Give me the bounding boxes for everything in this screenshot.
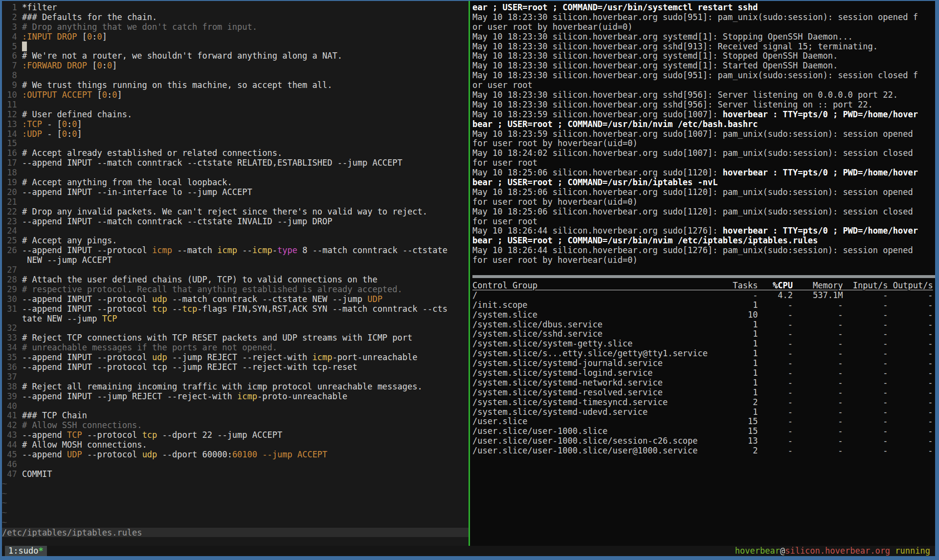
- tmux-hostname: silicon.hoverbear.org: [785, 546, 890, 556]
- vim-pane[interactable]: 1 *filter 2 ### Defaults for the chain. …: [2, 1, 469, 546]
- line-number: 33: [2, 333, 22, 343]
- line-number: 21: [2, 197, 22, 207]
- tmux-at-sign: @: [780, 546, 785, 556]
- line-number: 30: [2, 294, 22, 304]
- line-number: 43: [2, 430, 22, 440]
- pane-divider-vertical[interactable]: [469, 1, 472, 546]
- editor-line: 27: [2, 265, 469, 275]
- line-number: 29: [2, 284, 22, 294]
- tmux-window-name: sudo: [19, 546, 39, 556]
- cgtop-row: /user.slice/user-1000.slice/session-c26.…: [472, 436, 935, 446]
- editor-line: 24: [2, 226, 469, 236]
- log-line: bear ; USER=root ; COMMAND=/usr/bin/nvim…: [472, 236, 935, 246]
- journal-pane[interactable]: ear ; USER=root ; COMMAND=/usr/bin/syste…: [472, 1, 935, 274]
- vim-statusline: /etc/iptables/iptables.rules: [2, 528, 469, 537]
- line-number: 40: [2, 401, 22, 411]
- line-number: 41: [2, 410, 22, 420]
- log-line: for user root by hoverbear(uid=0): [472, 197, 935, 207]
- editor-line: 30 --append INPUT --protocol udp --match…: [2, 295, 469, 304]
- cgtop-row: /system.slice/systemd-resolved.service 1…: [472, 388, 935, 398]
- cgtop-pane[interactable]: Control Group Tasks %CPU Memory Input/s …: [472, 280, 935, 546]
- cgtop-row: /system.slice/systemd-logind.service 1 -…: [472, 368, 935, 378]
- cgtop-row: /user.slice 15 - - - -: [472, 417, 935, 427]
- line-number: 19: [2, 177, 22, 187]
- tmux-window-index: 1: [8, 546, 13, 556]
- line-number: 23: [2, 216, 22, 226]
- editor-line: 37: [2, 372, 469, 382]
- vim-tilde: ~: [2, 479, 469, 489]
- editor-line: 25 # Accept any pings.: [2, 236, 469, 246]
- editor-line: 21: [2, 197, 469, 207]
- editor-line: 44 # Allow MOSH connections.: [2, 440, 469, 450]
- line-number: 27: [2, 265, 22, 275]
- log-line: May 10 18:23:30 silicon.hoverbear.org ss…: [472, 100, 935, 110]
- editor-line: 7 :FORWARD DROP [0:0]: [2, 61, 469, 71]
- cgtop-sort-column[interactable]: %CPU: [773, 280, 793, 290]
- log-line: for user root by hoverbear(uid=0): [472, 139, 935, 149]
- log-line: for user root: [472, 217, 935, 227]
- vim-empty-lines: ~~~~~: [2, 479, 469, 528]
- editor-line: 23 --append INPUT --match conntrack --ct…: [2, 217, 469, 227]
- line-number: 38: [2, 382, 22, 391]
- editor-line: 13 :TCP - [0:0]: [2, 120, 469, 129]
- editor-line: 11: [2, 100, 469, 110]
- editor-line: 1 *filter: [2, 3, 469, 13]
- editor-line: 8: [2, 71, 469, 81]
- log-line: for user root by hoverbear(uid=0): [472, 256, 935, 265]
- log-line: May 10 18:25:06 silicon.hoverbear.org su…: [472, 207, 935, 217]
- editor-line: 32: [2, 323, 469, 333]
- cgtop-row: /system.slice/systemd-timesyncd.service …: [472, 398, 935, 408]
- editor-line: 19 # Accept anything from the local loop…: [2, 178, 469, 188]
- cgtop-row: /init.scope 1 - - - -: [472, 301, 935, 310]
- log-line: bear ; USER=root ; COMMAND=/usr/bin/ipta…: [472, 178, 935, 188]
- tmux-window-badge[interactable]: 1:sudo*: [5, 546, 47, 556]
- editor-line: 5: [2, 42, 469, 52]
- log-line: May 10 18:23:30 silicon.hoverbear.org su…: [472, 13, 935, 22]
- cgtop-row: /user.slice/user-1000.slice/user@1000.se…: [472, 446, 935, 456]
- editor-line: 35 --append INPUT --protocol udp --jump …: [2, 353, 469, 363]
- log-line: for user root: [472, 158, 935, 168]
- editor-line: 26 --append INPUT --protocol icmp --matc…: [2, 246, 469, 256]
- line-number: 22: [2, 207, 22, 216]
- line-number: 26: [2, 245, 22, 255]
- editor-line: 20 --append INPUT --in-interface lo --ju…: [2, 188, 469, 197]
- cgtop-row: /system.slice/systemd-networkd.service 1…: [472, 378, 935, 388]
- cgtop-row: /system.slice 10 - - - -: [472, 310, 935, 320]
- line-number: 11: [2, 100, 22, 109]
- tmux-session-state: running: [890, 546, 930, 556]
- line-number: 12: [2, 109, 22, 119]
- editor-line: 28 # Attach the user defined chains (UDP…: [2, 275, 469, 285]
- line-number: 39: [2, 391, 22, 401]
- editor-line: 18: [2, 168, 469, 178]
- editor-line: 38 # Reject all remaining incoming traff…: [2, 382, 469, 392]
- editor-line: 4 :INPUT DROP [0:0]: [2, 32, 469, 42]
- log-line: May 10 18:25:06 silicon.hoverbear.org su…: [472, 188, 935, 197]
- pane-divider-horizontal[interactable]: [472, 275, 935, 278]
- cgtop-row: /system.slice/sshd.service 1 - - - -: [472, 329, 935, 339]
- line-number: 28: [2, 275, 22, 284]
- log-line: May 10 18:23:30 silicon.hoverbear.org sy…: [472, 61, 935, 71]
- editor-line: 40: [2, 402, 469, 411]
- cgtop-row: /system.slice/s...etty.slice/getty@tty1.…: [472, 349, 935, 359]
- log-line: May 10 18:25:06 silicon.hoverbear.org su…: [472, 168, 935, 178]
- line-number: 9: [2, 80, 22, 90]
- editor-line: 42 # Allow SSH connections.: [2, 421, 469, 431]
- line-number: 31: [2, 304, 22, 314]
- editor-line: 46: [2, 460, 469, 470]
- log-line: or user root: [472, 81, 935, 90]
- log-line: or user root by hoverbear(uid=0): [472, 22, 935, 32]
- vim-commandline: [2, 537, 469, 546]
- line-number: 36: [2, 362, 22, 372]
- vim-tilde: ~: [2, 518, 469, 528]
- cgtop-row: /system.slice/system-getty.slice 1 - - -…: [472, 339, 935, 349]
- line-number: 10: [2, 90, 22, 100]
- log-line: May 10 18:26:44 silicon.hoverbear.org su…: [472, 246, 935, 256]
- editor-line: 29 # respective protocol. Recall that an…: [2, 285, 469, 295]
- editor-line: 10 :OUTPUT ACCEPT [0:0]: [2, 90, 469, 100]
- terminal-window: 1 *filter 2 ### Defaults for the chain. …: [0, 0, 939, 560]
- line-number: 13: [2, 119, 22, 129]
- log-line: May 10 18:23:30 silicon.hoverbear.org sy…: [472, 32, 935, 42]
- vim-tilde: ~: [2, 489, 469, 499]
- line-number: 8: [2, 70, 22, 80]
- line-number: 1: [2, 2, 22, 12]
